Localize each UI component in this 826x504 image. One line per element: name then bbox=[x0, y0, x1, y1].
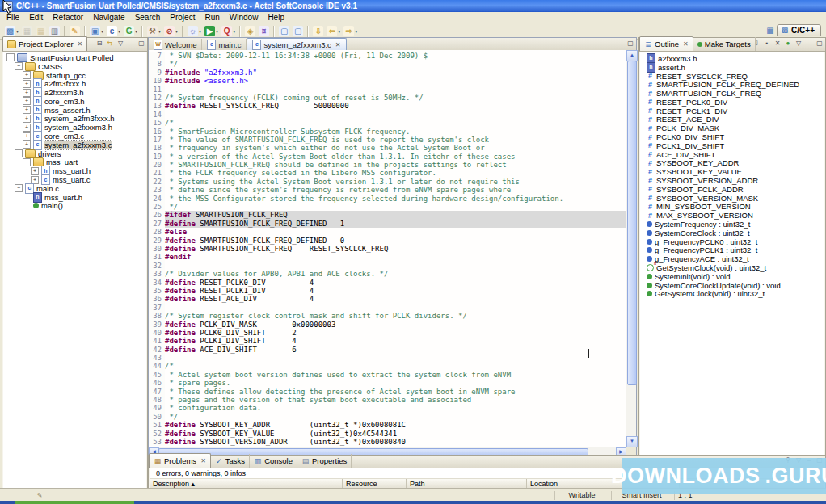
tree-item-mss-uart-h[interactable]: +hmss_uart.h bbox=[3, 166, 146, 175]
code-line-23[interactable]: 23 * define since the system's frequency… bbox=[149, 186, 626, 194]
outline-item-g-frequencyace[interactable]: g_FrequencyACE : uint32_t bbox=[640, 254, 824, 263]
outline-item-a2fxxxm3-h[interactable]: ha2fxxxm3.h bbox=[640, 54, 824, 63]
code-line-42[interactable]: 42#define ACE_DIV_SHIFT 6 bbox=[149, 346, 626, 354]
external-tools-button[interactable]: Q▾ bbox=[220, 24, 237, 39]
editor-tab-system-a2fxxxm3-c[interactable]: csystem_a2fxxxm3.c✕ bbox=[247, 38, 346, 50]
code-line-39[interactable]: 39#define PCLK_DIV_MASK 0x00000003 bbox=[149, 321, 626, 329]
code-line-50[interactable]: 50 */ bbox=[149, 413, 626, 421]
open-element-button[interactable]: ◈ bbox=[243, 24, 257, 39]
outline-item-systemcoreclock[interactable]: SystemCoreClock : uint32_t bbox=[640, 229, 824, 237]
code-line-16[interactable]: 16 * SmartFusion Microcontroller Subsyst… bbox=[149, 128, 626, 136]
outline-item-getsystemclock-void[interactable]: GetSystemClock(void) : uint32_t bbox=[640, 263, 824, 272]
scroll-down-icon[interactable]: ▼ bbox=[626, 436, 638, 447]
outline-item-sysboot-key-value[interactable]: #SYSBOOT_KEY_VALUE bbox=[640, 167, 824, 176]
build-button[interactable]: ⚒▾ bbox=[145, 24, 162, 39]
expand-icon[interactable]: + bbox=[23, 141, 31, 149]
open-perspective-icon[interactable]: ▦ bbox=[766, 26, 774, 35]
code-line-49[interactable]: 49 * configuration data. bbox=[149, 404, 626, 412]
outline-item-assert-h[interactable]: hassert.h bbox=[640, 63, 824, 72]
code-line-41[interactable]: 41#define PCLK1_DIV_SHIFT 4 bbox=[149, 337, 626, 345]
code-line-52[interactable]: 52#define SYSBOOT_KEY_VALUE (uint32_t)0x… bbox=[149, 430, 626, 438]
code-line-45[interactable]: 45 * Actel system boot version defines u… bbox=[149, 371, 626, 379]
run-button[interactable]: ▶▾ bbox=[203, 24, 220, 39]
last-edit-location-button[interactable]: ⇩ bbox=[311, 24, 325, 39]
code-line-28[interactable]: 28#else bbox=[149, 228, 626, 236]
tree-item-system-a2fxxxm3-c[interactable]: +csystem_a2fxxxm3.c bbox=[3, 141, 146, 149]
code-line-31[interactable]: 31#endif bbox=[149, 253, 626, 261]
outline-item-getsystemclock-void[interactable]: GetSystemClock(void) : uint32_t bbox=[640, 290, 824, 299]
tree-item-cmsis[interactable]: −CMSIS bbox=[3, 62, 146, 71]
perspective-cpp-button[interactable]: ▩ C/C++ bbox=[777, 24, 821, 36]
code-line-27[interactable]: 27#define SMARTFUSION_FCLK_FREQ_DEFINED … bbox=[149, 220, 626, 228]
code-line-8[interactable]: 8 */ bbox=[149, 60, 626, 68]
view-menu-icon[interactable]: ▽ bbox=[116, 40, 124, 47]
menu-project[interactable]: Project bbox=[165, 12, 200, 23]
code-line-34[interactable]: 34#define RESET_PCLK0_DIV 4 bbox=[149, 279, 626, 287]
outline-item-reset-sysclck-freq[interactable]: #RESET_SYSCLCK_FREQ bbox=[640, 72, 824, 81]
expand-icon[interactable]: + bbox=[31, 167, 39, 175]
dropdown-arrow-icon[interactable]: ▾ bbox=[199, 28, 201, 34]
hide-non-public-icon[interactable]: ● bbox=[784, 40, 792, 47]
view-menu-icon[interactable]: ▽ bbox=[794, 40, 803, 47]
outline-item-sysboot-key-addr[interactable]: #SYSBOOT_KEY_ADDR bbox=[640, 159, 824, 168]
menu-window[interactable]: Window bbox=[225, 12, 263, 23]
collapse-all-icon[interactable]: ⊟ bbox=[95, 40, 103, 47]
dropdown-arrow-icon[interactable]: ▾ bbox=[233, 28, 235, 34]
code-line-26[interactable]: 26#ifdef SMARTFUSION_FCLK_FREQ bbox=[149, 211, 626, 219]
outline-item-pclk1-div-shift[interactable]: #PCLK1_DIV_SHIFT bbox=[640, 141, 824, 150]
minimize-icon[interactable]: ‒ bbox=[805, 40, 813, 47]
outline-item-systeminit-void[interactable]: SystemInit(void) : void bbox=[640, 272, 824, 281]
code-line-10[interactable]: 10#include <assert.h> bbox=[149, 77, 626, 85]
code-line-37[interactable]: 37 bbox=[149, 304, 626, 312]
expand-icon[interactable]: + bbox=[23, 89, 31, 97]
code-editor[interactable]: 7 * SVN $Date: 2009-12-11 16:34:38 +0000… bbox=[149, 50, 626, 447]
menu-refactor[interactable]: Refactor bbox=[48, 12, 88, 23]
outline-item-max-sysboot-version[interactable]: #MAX_SYSBOOT_VERSION bbox=[640, 211, 824, 220]
code-line-36[interactable]: 36#define RESET_ACE_DIV 4 bbox=[149, 295, 626, 303]
collapse-icon[interactable]: − bbox=[15, 149, 23, 158]
dropdown-arrow-icon[interactable]: ▾ bbox=[101, 28, 103, 34]
code-line-29[interactable]: 29#define SMARTFUSION_FCLK_FREQ_DEFINED … bbox=[149, 237, 626, 245]
outline-item-pclk0-div-shift[interactable]: #PCLK0_DIV_SHIFT bbox=[640, 132, 824, 141]
tree-item-main[interactable]: main() bbox=[3, 202, 146, 211]
expand-icon[interactable]: + bbox=[23, 115, 31, 123]
dropdown-arrow-icon[interactable]: ▾ bbox=[175, 28, 178, 34]
dropdown-arrow-icon[interactable]: ▾ bbox=[216, 28, 218, 34]
expand-icon[interactable]: + bbox=[23, 124, 31, 132]
code-line-19[interactable]: 19 * a version of the Actel System Boot … bbox=[149, 153, 626, 161]
dropdown-arrow-icon[interactable]: ▾ bbox=[118, 28, 120, 34]
outline-item-smartfusion-fclk-freq-defined[interactable]: #SMARTFUSION_FCLK_FREQ_DEFINED bbox=[640, 80, 824, 89]
code-line-18[interactable]: 18 * frequency in system's which either … bbox=[149, 144, 626, 152]
expand-icon[interactable]: + bbox=[23, 71, 31, 79]
code-line-43[interactable]: 43 bbox=[149, 354, 626, 362]
new-project-button[interactable]: ▣▾ bbox=[88, 24, 105, 39]
code-line-24[interactable]: 24 * the MSS Configurator stored the fre… bbox=[149, 195, 626, 203]
tab-properties[interactable]: ▤Properties bbox=[297, 454, 352, 468]
tab-project-explorer[interactable]: Project Explorer ✕ bbox=[2, 36, 87, 51]
toggle-view-button[interactable]: ▢ bbox=[291, 24, 305, 39]
tree-item-a2fm3fxxx-h[interactable]: +ha2fm3fxxx.h bbox=[3, 79, 146, 88]
code-line-13[interactable]: 13#define RESET_SYSCLCK_FREQ 50000000 bbox=[149, 102, 626, 110]
tree-item-main-c[interactable]: −cmain.c bbox=[3, 184, 146, 193]
code-line-22[interactable]: 22 * Systems using the Actel System Boot… bbox=[149, 178, 626, 186]
tab-outline[interactable]: ≣ Outline ✕ bbox=[639, 36, 693, 51]
tab-make-targets[interactable]: Make Targets bbox=[693, 37, 756, 51]
tree-item-mss-assert-h[interactable]: +hmss_assert.h bbox=[3, 106, 146, 115]
stop-build-button[interactable]: ⊘▾ bbox=[162, 24, 179, 39]
tab-problems[interactable]: ▦Problems✕ bbox=[149, 453, 211, 468]
expand-icon[interactable]: + bbox=[23, 106, 31, 114]
tree-item-core-cm3-h[interactable]: +hcore_cm3.h bbox=[3, 97, 146, 106]
collapse-icon[interactable]: − bbox=[23, 158, 31, 166]
tree-item-mss-uart-h[interactable]: hmss_uart.h bbox=[3, 193, 146, 202]
code-line-9[interactable]: 9#include "a2fxxxm3.h" bbox=[149, 69, 626, 77]
outline-item-reset-pclk0-div[interactable]: #RESET_PCLK0_DIV bbox=[640, 98, 824, 107]
code-line-7[interactable]: 7 * SVN $Date: 2009-12-11 16:34:38 +0000… bbox=[149, 52, 626, 60]
minimize-icon[interactable]: ‒ bbox=[127, 40, 135, 47]
outline-item-systemfrequency[interactable]: SystemFrequency : uint32_t bbox=[640, 220, 824, 229]
code-line-53[interactable]: 53#define SYSBOOT_VERSION_ADDR (uint32_t… bbox=[149, 438, 626, 446]
outline-item-g-frequencypclk0[interactable]: g_FrequencyPCLK0 : uint32_t bbox=[640, 237, 824, 246]
code-line-25[interactable]: 25 */ bbox=[149, 203, 626, 211]
close-icon[interactable]: ✕ bbox=[78, 40, 83, 48]
code-line-12[interactable]: 12/* System frequency (FCLK) coming out … bbox=[149, 94, 626, 102]
code-line-20[interactable]: 20 * SMARTFUSION_FCLK_FREQ should be def… bbox=[149, 161, 626, 169]
